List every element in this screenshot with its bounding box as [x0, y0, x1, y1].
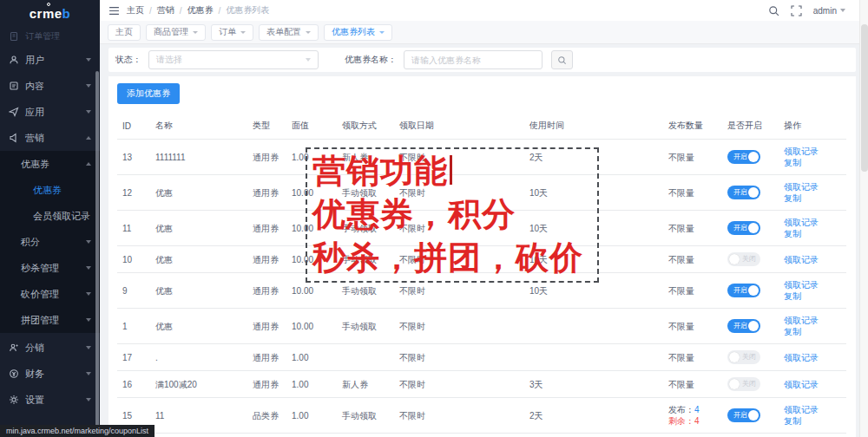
record-link[interactable]: 领取记录 [784, 280, 819, 290]
cell-enabled: 关闭 [722, 371, 779, 398]
cell-quantity: 不限量 [663, 246, 722, 273]
sidebar-item-coupon-group[interactable]: 优惠券 [0, 151, 100, 177]
topbar-actions: admin [768, 5, 859, 16]
cell-id: 12 [117, 175, 150, 211]
sidebar-item-label: 拼团管理 [21, 314, 59, 327]
breadcrumb: 主页 / 营销 / 优惠券 / 优惠券列表 [127, 4, 269, 16]
copy-link[interactable]: 复制 [784, 229, 801, 238]
cell-date: 不限时 [394, 309, 524, 344]
fullscreen-icon[interactable] [791, 5, 802, 16]
cell-name: 优惠 [150, 309, 247, 344]
scrollbar-thumb[interactable] [861, 24, 868, 172]
link-preview-tooltip: min.java.crmeb.net/marketing/couponList [0, 425, 155, 437]
copy-link[interactable]: 复制 [784, 193, 801, 203]
enable-toggle[interactable]: 开启 [727, 150, 760, 164]
enable-toggle[interactable]: 关闭 [727, 252, 760, 266]
record-link[interactable]: 领取记录 [784, 353, 819, 362]
cell-type: 通用券 [247, 211, 286, 246]
caret-down-icon [306, 31, 311, 34]
sidebar-item-groupbuy[interactable]: 拼团管理 [0, 307, 100, 333]
sidebar-item-marketing[interactable]: 营销 [0, 125, 100, 151]
cell-name: . [150, 344, 247, 371]
status-select[interactable]: 请选择 [148, 50, 319, 69]
hamburger-menu-icon[interactable] [108, 5, 120, 16]
cell-id: 17 [117, 344, 150, 371]
enable-toggle[interactable]: 关闭 [727, 377, 760, 391]
enable-toggle[interactable]: 开启 [727, 221, 760, 235]
record-link[interactable]: 领取记录 [784, 255, 819, 264]
cell-type: 通用券 [247, 309, 286, 344]
sidebar-item-seckill[interactable]: 秒杀管理 [0, 255, 100, 281]
tab-home[interactable]: 主页 [108, 24, 141, 41]
record-link[interactable]: 领取记录 [784, 316, 819, 325]
enable-toggle[interactable]: 开启 [727, 408, 760, 422]
sidebar-item-label: 优惠券 [33, 184, 62, 197]
cell-enabled: 开启 [722, 273, 779, 309]
enable-toggle[interactable]: 开启 [727, 284, 760, 297]
sidebar-item-apps[interactable]: 应用 [0, 99, 100, 125]
add-coupon-button[interactable]: 添加优惠券 [117, 83, 180, 104]
cell-method: 手动领取 [337, 273, 394, 309]
logo-text: m [43, 6, 55, 21]
cell-value: 1.00 [286, 434, 337, 437]
copy-link[interactable]: 复制 [784, 158, 801, 167]
coupon-name-input[interactable] [404, 50, 542, 69]
cell-quantity: 不限量 [663, 309, 722, 344]
logo-ring-icon [47, 3, 50, 6]
open-tabs-bar: 主页 商品管理 订单 表单配置 优惠券列表 [100, 21, 868, 44]
sidebar-item-settings[interactable]: 设置 [0, 387, 100, 413]
breadcrumb-separator: / [180, 6, 182, 16]
sidebar-item-points[interactable]: 积分 [0, 229, 100, 255]
content-icon [9, 81, 19, 91]
cell-method: 手动领取 [337, 175, 394, 211]
cell-duration: 10天 [524, 175, 663, 211]
sidebar-item-content[interactable]: 内容 [0, 73, 100, 99]
sidebar-item-bargain[interactable]: 砍价管理 [0, 281, 100, 307]
cell-type: 通用券 [247, 434, 286, 437]
col-name: 名称 [150, 113, 247, 140]
cell-actions: 领取记录 [779, 371, 846, 398]
logo: crmeb [0, 0, 100, 26]
record-link[interactable]: 领取记录 [784, 147, 819, 156]
order-icon [9, 31, 19, 42]
enable-toggle[interactable]: 关闭 [727, 350, 760, 364]
sidebar-item-distribution[interactable]: 分销 [0, 335, 100, 361]
cell-id: 10 [117, 246, 150, 273]
sidebar-item-users[interactable]: 用户 [0, 47, 100, 73]
logo-text: b [62, 6, 71, 21]
search-icon[interactable] [768, 5, 779, 16]
copy-link[interactable]: 复制 [784, 327, 801, 336]
sidebar-scrollbar[interactable] [95, 71, 99, 435]
sidebar-item-orders[interactable]: 订单管理 [0, 26, 100, 47]
cell-value: 1.00 [286, 371, 337, 398]
link-preview-url: min.java.crmeb.net/marketing/couponList [6, 427, 148, 435]
sidebar-item-coupon[interactable]: 优惠券 [0, 177, 100, 203]
breadcrumb-coupon[interactable]: 优惠券 [187, 4, 214, 16]
tab-product-management[interactable]: 商品管理 [146, 24, 206, 41]
sidebar-item-finance[interactable]: 财务 [0, 361, 100, 387]
tab-orders[interactable]: 订单 [211, 24, 253, 41]
record-link[interactable]: 领取记录 [784, 405, 819, 414]
vertical-scrollbar[interactable] [859, 0, 868, 437]
record-link[interactable]: 领取记录 [784, 218, 819, 227]
search-button[interactable] [551, 50, 573, 69]
cell-type: 通用券 [247, 140, 286, 175]
tab-form-config[interactable]: 表单配置 [259, 24, 319, 41]
breadcrumb-separator: / [149, 6, 152, 16]
enable-toggle[interactable]: 开启 [727, 319, 760, 333]
record-link[interactable]: 领取记录 [784, 380, 819, 389]
cell-duration [524, 309, 663, 344]
enable-toggle[interactable]: 开启 [727, 186, 760, 199]
breadcrumb-home[interactable]: 主页 [127, 4, 144, 16]
col-duration: 使用时间 [524, 113, 663, 140]
copy-link[interactable]: 复制 [784, 291, 801, 301]
tab-coupon-list[interactable]: 优惠券列表 [324, 24, 392, 41]
top-header-bar: 主页 / 营销 / 优惠券 / 优惠券列表 admin [100, 0, 868, 21]
breadcrumb-marketing[interactable]: 营销 [157, 4, 174, 16]
copy-link[interactable]: 复制 [784, 416, 801, 426]
sidebar-item-label: 分销 [25, 342, 44, 355]
user-menu[interactable]: admin [813, 6, 845, 16]
table-row: 17.通用券1.00不限时不限量关闭领取记录 [117, 344, 846, 371]
sidebar-item-member-records[interactable]: 会员领取记录 [0, 203, 100, 229]
record-link[interactable]: 领取记录 [784, 182, 819, 192]
